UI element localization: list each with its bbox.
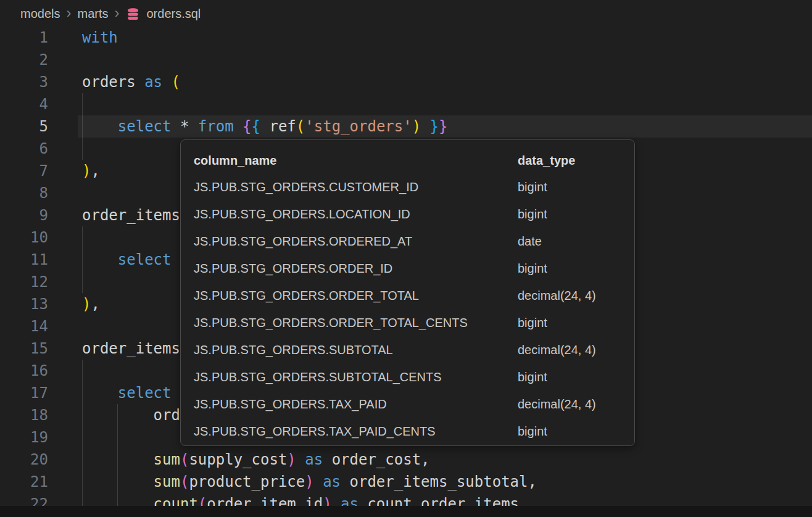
table-row: JS.PUB.STG_ORDERS.ORDER_TOTAL_CENTSbigin… — [181, 309, 634, 336]
code-line[interactable]: 20 sum(supply_cost) as order_cost, — [0, 449, 812, 471]
indent-guide — [117, 426, 118, 449]
data-type-cell: decimal(24, 4) — [518, 336, 596, 363]
line-number[interactable]: 19 — [0, 426, 48, 449]
code-text: with — [82, 27, 118, 49]
line-number[interactable]: 21 — [0, 471, 48, 493]
line-number[interactable]: 7 — [0, 160, 48, 182]
line-number[interactable]: 18 — [0, 404, 48, 426]
code-line[interactable]: 4 — [0, 93, 812, 115]
line-number[interactable]: 13 — [0, 293, 48, 315]
table-row: JS.PUB.STG_ORDERS.TAX_PAID_CENTSbigint — [181, 418, 634, 445]
column-name-cell: JS.PUB.STG_ORDERS.SUBTOTAL — [194, 336, 393, 363]
code-text: ), — [82, 293, 100, 315]
table-row: JS.PUB.STG_ORDERS.CUSTOMER_IDbigint — [181, 173, 634, 201]
line-number[interactable]: 2 — [0, 49, 48, 71]
code-text: sum(product_price) as order_items_subtot… — [82, 471, 537, 493]
code-line[interactable]: 1with — [0, 27, 812, 49]
breadcrumb-item-orders-sql[interactable]: orders.sql — [146, 7, 201, 21]
column-name-cell: JS.PUB.STG_ORDERS.LOCATION_ID — [194, 201, 410, 228]
column-name-header: column_name — [194, 147, 276, 173]
code-text: orders as ( — [82, 71, 180, 93]
code-text: order_items — [82, 204, 180, 226]
code-text: ord — [82, 404, 180, 426]
data-type-cell: bigint — [518, 255, 547, 282]
column-name-cell: JS.PUB.STG_ORDERS.ORDER_TOTAL_CENTS — [194, 309, 468, 336]
hover-popup-column-table: column_name data_type JS.PUB.STG_ORDERS.… — [180, 139, 635, 446]
data-type-cell: date — [518, 228, 542, 255]
data-type-cell: bigint — [518, 173, 547, 201]
table-row: JS.PUB.STG_ORDERS.ORDER_IDbigint — [181, 255, 634, 282]
data-type-cell: bigint — [518, 201, 547, 228]
line-number[interactable]: 1 — [0, 27, 48, 49]
code-line[interactable]: 5 select * from {{ ref('stg_orders') }} — [0, 115, 812, 138]
indent-guide — [82, 138, 83, 160]
column-name-cell: JS.PUB.STG_ORDERS.SUBTOTAL_CENTS — [194, 363, 442, 391]
indent-guide — [82, 226, 83, 249]
line-number[interactable]: 11 — [0, 249, 48, 271]
data-type-cell: bigint — [518, 309, 547, 336]
breadcrumb: models › marts › orders.sql — [0, 0, 812, 27]
indent-guide — [82, 271, 83, 293]
line-number[interactable]: 4 — [0, 93, 48, 115]
line-number[interactable]: 10 — [0, 226, 48, 249]
line-number[interactable]: 6 — [0, 138, 48, 160]
data-type-cell: bigint — [518, 418, 547, 445]
data-type-cell: bigint — [518, 363, 547, 391]
bottom-panel-edge — [0, 506, 812, 517]
indent-guide — [82, 93, 83, 115]
line-number[interactable]: 9 — [0, 204, 48, 226]
line-number[interactable]: 16 — [0, 360, 48, 382]
table-row: JS.PUB.STG_ORDERS.SUBTOTALdecimal(24, 4) — [181, 336, 634, 363]
column-table-rows: JS.PUB.STG_ORDERS.CUSTOMER_IDbigintJS.PU… — [181, 173, 634, 445]
column-name-cell: JS.PUB.STG_ORDERS.CUSTOMER_ID — [194, 173, 418, 201]
code-text: select — [82, 249, 172, 271]
code-line[interactable]: 21 sum(product_price) as order_items_sub… — [0, 471, 812, 493]
column-name-cell: JS.PUB.STG_ORDERS.TAX_PAID — [194, 391, 387, 418]
code-text: select * from {{ ref('stg_orders') }} — [82, 115, 447, 138]
line-number[interactable]: 14 — [0, 315, 48, 337]
line-number[interactable]: 17 — [0, 382, 48, 404]
column-name-cell: JS.PUB.STG_ORDERS.TAX_PAID_CENTS — [194, 418, 436, 445]
table-row: JS.PUB.STG_ORDERS.ORDER_TOTALdecimal(24,… — [181, 282, 634, 309]
code-line[interactable]: 3orders as ( — [0, 71, 812, 93]
code-text: ), — [82, 160, 100, 182]
data-type-cell: decimal(24, 4) — [518, 391, 596, 418]
column-name-cell: JS.PUB.STG_ORDERS.ORDER_TOTAL — [194, 282, 419, 309]
data-type-cell: decimal(24, 4) — [518, 282, 596, 309]
indent-guide — [82, 360, 83, 382]
code-text: select — [82, 382, 172, 404]
table-row: JS.PUB.STG_ORDERS.LOCATION_IDbigint — [181, 201, 634, 228]
chevron-right-icon: › — [66, 6, 71, 22]
column-table-header: column_name data_type — [181, 147, 634, 173]
database-icon — [125, 6, 141, 22]
code-line[interactable]: 2 — [0, 49, 812, 71]
data-type-header: data_type — [518, 147, 575, 173]
line-number[interactable]: 8 — [0, 182, 48, 204]
code-text: order_items — [82, 337, 180, 360]
code-text: sum(supply_cost) as order_cost, — [82, 449, 430, 471]
chevron-right-icon: › — [114, 6, 119, 22]
line-number[interactable]: 5 — [0, 115, 48, 138]
breadcrumb-item-models[interactable]: models — [20, 7, 60, 21]
table-row: JS.PUB.STG_ORDERS.TAX_PAIDdecimal(24, 4) — [181, 391, 634, 418]
line-number[interactable]: 20 — [0, 449, 48, 471]
column-name-cell: JS.PUB.STG_ORDERS.ORDERED_AT — [194, 228, 412, 255]
line-number[interactable]: 15 — [0, 337, 48, 360]
indent-guide — [82, 426, 83, 449]
column-name-cell: JS.PUB.STG_ORDERS.ORDER_ID — [194, 255, 392, 282]
line-number[interactable]: 12 — [0, 271, 48, 293]
table-row: JS.PUB.STG_ORDERS.SUBTOTAL_CENTSbigint — [181, 363, 634, 391]
breadcrumb-item-marts[interactable]: marts — [77, 7, 108, 21]
table-row: JS.PUB.STG_ORDERS.ORDERED_ATdate — [181, 228, 634, 255]
line-number[interactable]: 3 — [0, 71, 48, 93]
